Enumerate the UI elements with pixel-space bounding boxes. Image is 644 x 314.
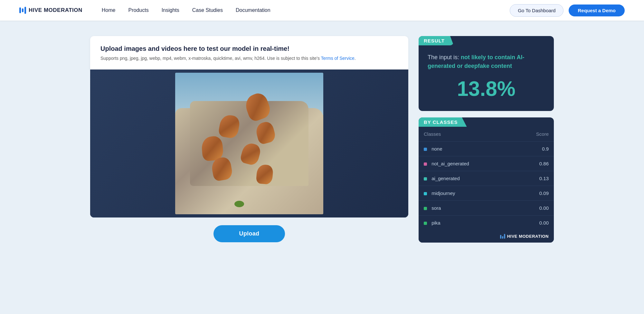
class-dot: [424, 148, 427, 151]
classes-table: Classes Score none 0.9 not_ai_generated …: [419, 127, 554, 230]
logo-icon: [19, 7, 26, 14]
nav-products[interactable]: Products: [128, 7, 149, 13]
right-panel: RESULT The input is: not likely to conta…: [419, 36, 554, 243]
by-classes-card: BY CLASSES Classes Score none 0.9 not_ai…: [419, 117, 554, 243]
image-placeholder: [90, 69, 408, 217]
footer-logo-icon: [500, 234, 505, 239]
class-name: not_ai_generated: [419, 156, 515, 171]
terms-of-service-link[interactable]: Terms of Service: [321, 56, 355, 61]
class-label: ai_generated: [431, 176, 460, 181]
upload-subtitle: Supports png, jpeg, jpg, webp, mp4, webm…: [100, 55, 398, 62]
upload-title: Upload images and videos here to test ou…: [100, 45, 398, 52]
nav-insights[interactable]: Insights: [162, 7, 179, 13]
class-score: 0.13: [515, 171, 554, 186]
class-dot: [424, 192, 427, 195]
class-dot: [424, 207, 427, 210]
class-name: sora: [419, 201, 515, 216]
class-score: 0.9: [515, 142, 554, 156]
image-container[interactable]: [90, 69, 408, 217]
class-label: midjourney: [431, 190, 455, 196]
green-accent: [234, 201, 244, 207]
result-body: The input is: not likely to contain AI-g…: [419, 45, 554, 111]
class-score: 0.00: [515, 201, 554, 216]
class-dot: [424, 222, 427, 225]
upload-subtitle-text: Supports png, jpeg, jpg, webp, mp4, webm…: [100, 56, 320, 61]
class-label: pika: [431, 220, 440, 226]
go-to-dashboard-button[interactable]: Go To Dashboard: [510, 4, 564, 17]
table-row: none 0.9: [419, 142, 554, 156]
upload-btn-container: Upload: [90, 217, 408, 242]
col-header-score: Score: [515, 127, 554, 142]
class-name: midjourney: [419, 186, 515, 201]
result-text: The input is: not likely to contain AI-g…: [428, 53, 545, 70]
table-row: pika 0.00: [419, 216, 554, 230]
class-name: none: [419, 142, 515, 156]
main-content: Upload images and videos here to test ou…: [0, 21, 644, 258]
logo-bar-3: [24, 7, 26, 14]
result-prefix: The input is:: [428, 54, 461, 60]
footer-bar-2: [502, 236, 503, 239]
logo-text: HIVE MODERATION: [29, 7, 82, 14]
class-dot: [424, 177, 427, 180]
upload-header: Upload images and videos here to test ou…: [90, 36, 408, 69]
footer-logo: HIVE MODERATION: [419, 230, 554, 243]
class-label: none: [431, 146, 442, 152]
logo-bar-1: [19, 7, 21, 13]
uploaded-image: [175, 73, 323, 214]
col-header-classes: Classes: [419, 127, 515, 142]
class-label: not_ai_generated: [431, 161, 469, 166]
footer-bar-1: [500, 235, 501, 239]
class-label: sora: [431, 205, 441, 211]
class-name: ai_generated: [419, 171, 515, 186]
class-score: 0.86: [515, 156, 554, 171]
table-row: sora 0.00: [419, 201, 554, 216]
nav-actions: Go To Dashboard Request a Demo: [510, 4, 625, 17]
table-row: midjourney 0.09: [419, 186, 554, 201]
nav-case-studies[interactable]: Case Studies: [192, 7, 223, 13]
request-demo-button[interactable]: Request a Demo: [569, 5, 625, 16]
by-classes-tag: BY CLASSES: [419, 117, 467, 127]
nav-home[interactable]: Home: [102, 7, 116, 13]
classes-table-header: Classes Score: [419, 127, 554, 142]
class-score: 0.00: [515, 216, 554, 230]
nav-documentation[interactable]: Documentation: [236, 7, 270, 13]
logo[interactable]: HIVE MODERATION: [19, 7, 82, 14]
result-card: RESULT The input is: not likely to conta…: [419, 36, 554, 111]
logo-bar-2: [22, 8, 24, 12]
result-tag: RESULT: [419, 36, 454, 45]
footer-logo-text: HIVE MODERATION: [507, 234, 549, 239]
upload-button[interactable]: Upload: [213, 225, 285, 242]
table-row: not_ai_generated 0.86: [419, 156, 554, 171]
class-dot: [424, 162, 427, 166]
footer-bar-3: [504, 234, 505, 239]
nav-links: Home Products Insights Case Studies Docu…: [102, 7, 510, 13]
navbar: HIVE MODERATION Home Products Insights C…: [0, 0, 644, 21]
class-score: 0.09: [515, 186, 554, 201]
table-row: ai_generated 0.13: [419, 171, 554, 186]
left-panel: Upload images and videos here to test ou…: [90, 36, 408, 242]
class-name: pika: [419, 216, 515, 230]
result-percent: 13.8%: [428, 77, 545, 101]
